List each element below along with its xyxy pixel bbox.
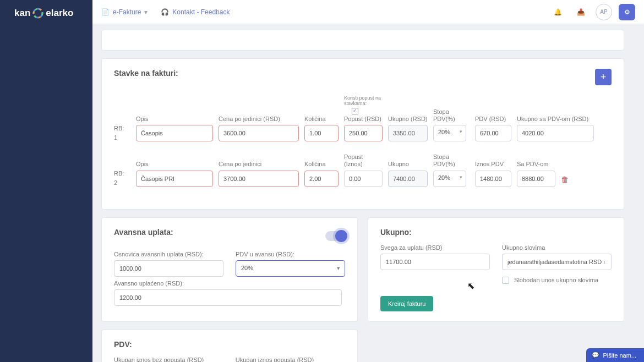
advance-title: Avansna uplata: (114, 228, 173, 237)
pdv-output (475, 171, 511, 187)
cena-label: Cena po jedinici (RSD) (219, 116, 299, 123)
opis-input[interactable] (136, 125, 213, 141)
brand-logo: kan elarko (0, 0, 92, 26)
add-line-item-button[interactable]: + (595, 69, 612, 85)
popust-label: Popust (Iznos) (344, 153, 383, 168)
chat-bubble-icon: 💬 (592, 352, 599, 359)
use-discount-checkbox[interactable] (352, 108, 358, 114)
stopa-pdv-value: 20% (438, 174, 450, 181)
osnovica-input[interactable] (114, 260, 223, 277)
ukupno-output (388, 125, 428, 141)
stopa-pdv-select[interactable]: 20% (433, 171, 466, 187)
use-discount-label: Koristi popust na stavkama: (344, 95, 383, 106)
popust-label: Popust (RSD) (344, 116, 383, 123)
line-item-row: RB: 2 Opis Cena po jedinici Količina Pop… (114, 153, 612, 187)
kolicina-label: Količina (304, 116, 339, 123)
pdv-label: PDV (RSD) (475, 116, 511, 123)
pdv-title: PDV: (114, 340, 345, 349)
chat-widget[interactable]: 💬 Pišite nam... (586, 348, 644, 362)
previous-card-bottom (101, 30, 624, 51)
pdv-label: Iznos PDV (475, 161, 511, 168)
totals-title: Ukupno: (380, 228, 612, 237)
cena-input[interactable] (219, 171, 299, 187)
file-import-icon: 📥 (577, 8, 585, 16)
stopa-pdv-value: 20% (438, 129, 450, 135)
slovima-input[interactable] (502, 254, 612, 270)
pdv-avans-label: PDV u avansu (RSD): (236, 251, 345, 258)
pdv-avans-select[interactable]: 20% (236, 260, 345, 277)
line-item-row: RB: 1 Opis Cena po jedinici (RSD) Količi… (114, 95, 612, 141)
popust-input[interactable] (344, 171, 383, 187)
rb-label: RB: (114, 125, 130, 132)
opis-input[interactable] (136, 171, 213, 187)
sidebar: kan elarko (0, 0, 92, 362)
user-avatar[interactable]: AP (596, 4, 612, 20)
chat-label: Pišite nam... (603, 352, 636, 359)
import-button[interactable]: 📥 (572, 4, 589, 20)
trash-icon: 🗑 (561, 175, 569, 184)
slobodan-unos-label: Slobodan unos ukupno slovima (514, 277, 598, 283)
popust-input[interactable] (344, 125, 383, 141)
kolicina-input[interactable] (304, 171, 339, 187)
line-items-title: Stavke na fakturi: (114, 69, 178, 78)
stopa-pdv-label: Stopa PDV(%) (433, 108, 470, 123)
top-header: 📄 e-Fakture ▾ 🎧 Kontakt - Feedback 🔔 📥 A… (92, 0, 644, 24)
bez-popusta-label: Ukupan iznos bez popusta (RSD) (114, 356, 223, 362)
rb-value: 2 (114, 179, 130, 187)
pdv-output (475, 125, 511, 141)
rb-label: RB: (114, 170, 130, 177)
sa-pdv-output (517, 171, 555, 187)
svega-input[interactable] (380, 254, 490, 270)
ukupno-label: Ukupno (388, 161, 428, 168)
brand-text-1: kan (14, 8, 30, 19)
opis-label: Opis (136, 161, 213, 168)
nav-kontakt-label: Kontakt - Feedback (172, 8, 230, 16)
nav-kontakt[interactable]: 🎧 Kontakt - Feedback (161, 8, 230, 16)
cena-input[interactable] (219, 125, 299, 141)
ukupno-output (388, 171, 428, 187)
create-invoice-label: Kreiraj fakturu (388, 300, 425, 307)
popusta-label: Ukupan iznos popusta (RSD) (236, 356, 345, 362)
ukupno-label: Ukupno (RSD) (388, 116, 428, 123)
kolicina-input[interactable] (304, 125, 339, 141)
advance-toggle[interactable] (325, 231, 345, 241)
rb-value: 1 (114, 134, 130, 141)
chevron-down-icon: ▾ (144, 8, 148, 16)
bell-icon: 🔔 (554, 8, 562, 16)
delete-row-button[interactable]: 🗑 (561, 175, 569, 187)
pdv-card: PDV: Ukupan iznos bez popusta (RSD) Ukup… (101, 330, 358, 362)
cena-label: Cena po jedinici (219, 161, 299, 168)
line-items-card: Stavke na fakturi: + RB: 1 Opis Cena po … (101, 58, 624, 210)
headset-icon: 🎧 (161, 8, 169, 16)
slovima-label: Ukupno slovima (502, 244, 612, 251)
document-icon: 📄 (101, 8, 110, 16)
plus-icon: + (601, 72, 607, 83)
sa-pdv-label: Ukupno sa PDV-om (RSD) (517, 116, 594, 123)
advance-payment-card: Avansna uplata: Osnovica avansnih uplata… (101, 217, 358, 322)
create-invoice-button[interactable]: Kreiraj fakturu (380, 296, 433, 311)
pdv-avans-value: 20% (241, 265, 253, 271)
totals-card: Ukupno: Svega za uplatu (RSD) Ukupno slo… (368, 217, 624, 322)
sa-pdv-label: Sa PDV-om (517, 161, 555, 168)
brand-text-2: elarko (46, 8, 73, 19)
brand-ring-icon (32, 8, 43, 19)
uplaceno-label: Avansno uplaćeno (RSD): (114, 280, 223, 287)
slobodan-unos-checkbox[interactable] (502, 277, 509, 284)
notifications-button[interactable]: 🔔 (549, 4, 566, 20)
osnovica-label: Osnovica avansnih uplata (RSD): (114, 251, 223, 258)
sa-pdv-output (517, 125, 594, 141)
kolicina-label: Količina (304, 161, 339, 168)
stopa-pdv-select[interactable]: 20% (433, 125, 466, 141)
stopa-pdv-label: Stopa PDV(%) (433, 153, 470, 168)
gear-icon: ⚙ (624, 8, 630, 16)
avatar-initials: AP (600, 9, 607, 15)
nav-efakture[interactable]: 📄 e-Fakture ▾ (101, 8, 148, 16)
settings-button[interactable]: ⚙ (619, 4, 635, 20)
svega-label: Svega za uplatu (RSD) (380, 244, 490, 251)
main-content: Stavke na fakturi: + RB: 1 Opis Cena po … (92, 24, 633, 362)
nav-efakture-label: e-Fakture (113, 8, 141, 16)
opis-label: Opis (136, 116, 213, 123)
